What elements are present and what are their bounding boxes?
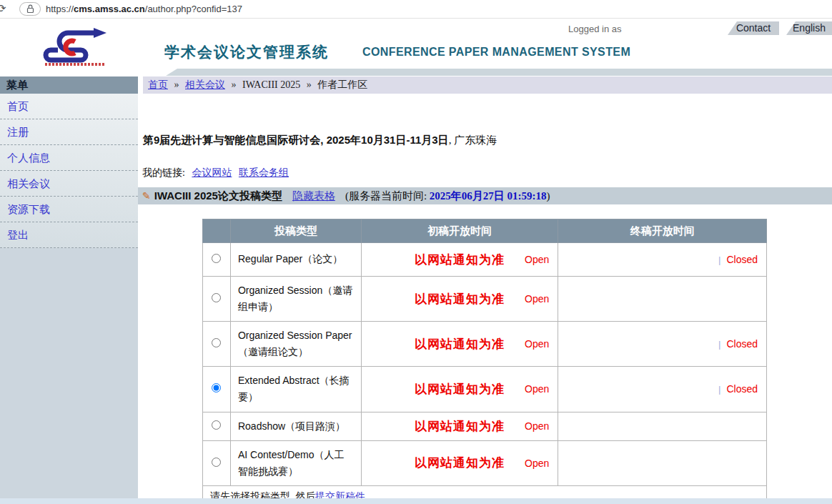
first-draft-notice: 以网站通知为准 (415, 253, 505, 267)
browser-bar: ⟳ https://cms.amss.ac.cn/author.php?conf… (0, 0, 832, 19)
status-open: Open (525, 254, 549, 265)
type-radio[interactable] (212, 383, 221, 392)
logged-in-as-label: Logged in as (568, 24, 621, 34)
first-draft-notice: 以网站通知为准 (415, 382, 505, 396)
server-time-value: 2025年06月27日 01:59:18 (430, 190, 547, 202)
my-links-label: 我的链接: (142, 167, 185, 178)
english-tab[interactable]: English (786, 21, 832, 35)
breadcrumb-home-link[interactable]: 首页 (148, 79, 168, 90)
type-radio[interactable] (212, 420, 221, 430)
site-title-en: CONFERENCE PAPER MANAGEMENT SYSTEM (362, 46, 630, 59)
lock-icon (26, 4, 34, 14)
type-radio[interactable] (212, 293, 221, 302)
breadcrumb-separator: » (174, 79, 179, 90)
hide-table-link[interactable]: 隐藏表格 (292, 190, 335, 202)
first-draft-notice: 以网站通知为准 (415, 420, 505, 433)
pipe-mark: | (718, 339, 720, 350)
bottom-strip (0, 498, 832, 504)
pipe-mark: | (718, 255, 720, 265)
submission-types-table: 投稿类型 初稿开放时间 终稿开放时间 Regular Paper（论文） 以网站… (202, 219, 767, 504)
status-open: Open (525, 293, 549, 305)
server-time-prefix: (服务器当前时间: (345, 190, 430, 202)
first-draft-notice: 以网站通知为准 (415, 456, 505, 470)
pipe-mark: | (718, 384, 720, 395)
status-open: Open (525, 383, 549, 395)
server-time-suffix: ) (547, 190, 550, 202)
final-draft-column-header: 终稿开放时间 (558, 219, 767, 243)
section-title-rest: 论文投稿类型 (218, 190, 282, 202)
type-column-header: 投稿类型 (230, 219, 361, 243)
first-draft-notice: 以网站通知为准 (415, 292, 505, 306)
sidebar-menu: 首页 注册 个人信息 相关会议 资源下载 登出 (0, 94, 138, 248)
breadcrumb: 首页 » 相关会议 » IWACIII 2025 » 作者工作区 (143, 76, 832, 94)
table-header-row: 投稿类型 初稿开放时间 终稿开放时间 (203, 219, 767, 243)
table-row-organized-session-paper: Organized Session Paper（邀请组论文） 以网站通知为准Op… (203, 322, 767, 367)
section-title-conference: IWACIII 2025 (154, 189, 218, 202)
sidebar-item-register[interactable]: 注册 (0, 119, 138, 145)
sidebar-item-logout[interactable]: 登出 (0, 222, 138, 248)
contact-tab[interactable]: Contact (728, 21, 779, 35)
first-draft-notice: 以网站通知为准 (415, 337, 505, 351)
status-open: Open (525, 458, 549, 469)
table-row-regular-paper: Regular Paper（论文） 以网站通知为准Open |Closed (203, 243, 767, 277)
status-closed: Closed (726, 338, 758, 350)
url-security-pill[interactable] (19, 2, 41, 16)
breadcrumb-separator: » (232, 79, 237, 90)
status-open: Open (525, 420, 549, 432)
header-decoration-band (166, 69, 832, 76)
address-bar-url[interactable]: https://cms.amss.ac.cn/author.php?confid… (46, 4, 242, 14)
submission-types-section-bar: ✎IWACIII 2025论文投稿类型隐藏表格(服务器当前时间: 2025年06… (138, 187, 832, 204)
breadcrumb-conference: IWACIII 2025 (242, 79, 300, 90)
status-open: Open (525, 338, 549, 350)
logo-caption-text (45, 63, 105, 66)
breadcrumb-separator: » (307, 79, 312, 90)
breadcrumb-author-workspace: 作者工作区 (317, 79, 367, 90)
sidebar-background (0, 248, 138, 498)
table-row-ai-contest-demo: AI Contest/Demo（人工智能挑战赛） 以网站通知为准Open (203, 440, 767, 485)
status-closed: Closed (726, 383, 758, 395)
pencil-icon: ✎ (142, 191, 151, 202)
my-links-line: 我的链接: 会议网站 联系会务组 (142, 167, 289, 179)
site-title-zh: 学术会议论文管理系统 (164, 42, 329, 62)
page-header: Logged in as Contact English 学术会议论文管理系统 … (0, 19, 832, 69)
conference-title: 第9届先进计算与智能信息国际研讨会, 2025年10月31日-11月3日, 广东… (143, 134, 815, 147)
breadcrumb-related-conferences-link[interactable]: 相关会议 (185, 79, 225, 90)
status-closed: Closed (726, 254, 758, 265)
type-radio[interactable] (212, 458, 221, 467)
cms-logo (41, 27, 109, 63)
radio-column-header (203, 219, 231, 243)
reload-icon[interactable]: ⟳ (0, 2, 6, 15)
contact-secretariat-link[interactable]: 联系会务组 (239, 167, 289, 178)
first-draft-column-header: 初稿开放时间 (361, 219, 558, 243)
sidebar-item-home[interactable]: 首页 (0, 94, 138, 119)
type-radio[interactable] (212, 254, 221, 263)
conference-website-link[interactable]: 会议网站 (192, 167, 232, 178)
sidebar-menu-header: 菜单 (0, 76, 138, 94)
table-row-roadshow: Roadshow（项目路演） 以网站通知为准Open (203, 412, 767, 440)
table-row-extended-abstract: Extended Abstract（长摘要） 以网站通知为准Open |Clos… (203, 367, 767, 412)
sidebar-item-downloads[interactable]: 资源下载 (0, 197, 138, 222)
type-radio[interactable] (212, 338, 221, 347)
table-row-organized-session: Organized Session（邀请组申请） 以网站通知为准Open (203, 277, 767, 322)
sidebar-item-related-conferences[interactable]: 相关会议 (0, 171, 138, 197)
sidebar-item-profile[interactable]: 个人信息 (0, 145, 138, 171)
